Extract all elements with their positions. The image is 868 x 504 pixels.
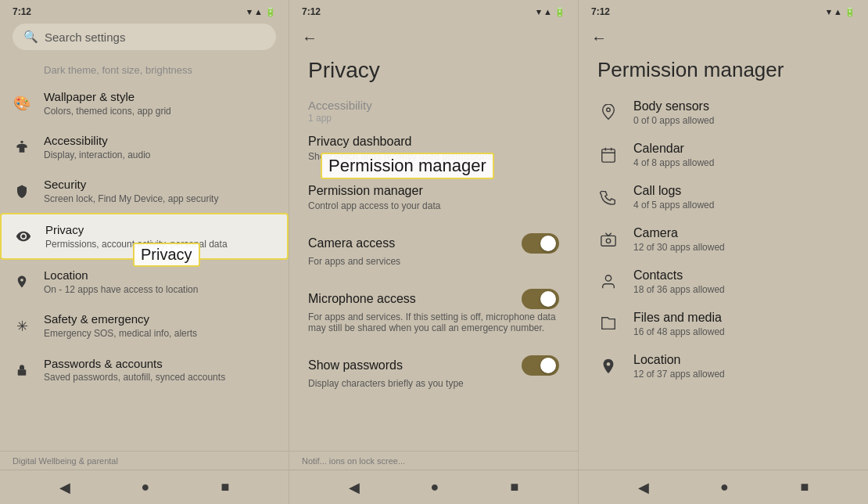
camera-perm-icon [597, 229, 619, 250]
sidebar-item-security[interactable]: Security Screen lock, Find My Device, ap… [0, 169, 289, 213]
svg-point-6 [605, 275, 611, 281]
wifi-icon: ▾ [247, 7, 252, 17]
status-bar-2: 7:12 ▾ ▲ 🔋 [289, 0, 578, 23]
search-input[interactable]: Search settings [45, 31, 125, 44]
home-nav-3[interactable]: ● [720, 479, 729, 495]
contacts-item[interactable]: Contacts 18 of 36 apps allowed [579, 261, 868, 303]
recents-nav-3[interactable]: ■ [800, 479, 809, 495]
signal-icon-2: ▲ [543, 7, 552, 16]
microphone-toggle[interactable] [522, 289, 559, 309]
microphone-access-title: Microphone access [308, 292, 416, 306]
accessibility-icon [13, 138, 31, 157]
sidebar-item-wallpaper[interactable]: 🎨 Wallpaper & style Colors, themed icons… [0, 81, 289, 125]
status-bar-3: 7:12 ▾ ▲ 🔋 [579, 0, 868, 23]
bottom-nav-3: ◀ ● ■ [579, 470, 868, 504]
back-nav-1[interactable]: ◀ [59, 479, 70, 496]
passwords-subtitle: Saved passwords, autofill, synced accoun… [44, 372, 225, 384]
privacy-panel: 7:12 ▾ ▲ 🔋 ← Privacy Accessibility 1 app… [289, 0, 579, 504]
bottom-nav-2: ◀ ● ■ [289, 470, 578, 504]
home-nav-2[interactable]: ● [431, 479, 439, 495]
files-media-subtitle: 16 of 48 apps allowed [633, 326, 725, 337]
wallpaper-icon: 🎨 [13, 94, 31, 113]
contacts-title: Contacts [633, 268, 725, 283]
camera-access-title: Camera access [308, 236, 395, 250]
call-logs-icon [597, 186, 619, 208]
wifi-icon-2: ▾ [536, 7, 541, 17]
passwords-icon [13, 361, 31, 380]
wallpaper-title: Wallpaper & style [44, 89, 171, 105]
nav-bar-2: ← [289, 23, 578, 52]
call-logs-title: Call logs [633, 184, 714, 198]
body-sensors-title: Body sensors [633, 99, 714, 113]
back-nav-2[interactable]: ◀ [349, 479, 360, 496]
battery-icon-3: 🔋 [845, 7, 855, 17]
back-nav-3[interactable]: ◀ [638, 479, 649, 496]
status-icons-2: ▾ ▲ 🔋 [536, 7, 565, 17]
files-media-title: Files and media [633, 311, 725, 325]
files-media-item[interactable]: Files and media 16 of 48 apps allowed [579, 303, 868, 345]
security-subtitle: Screen lock, Find My Device, app securit… [44, 193, 218, 206]
status-time-1: 7:12 [13, 6, 31, 17]
show-passwords-item[interactable]: Show passwords Display characters briefl… [289, 344, 578, 400]
dark-theme-item[interactable]: Dark theme, font size, brightness [0, 59, 289, 81]
sidebar-item-safety[interactable]: ✳ Safety & emergency Emergency SOS, medi… [0, 304, 289, 347]
status-time-3: 7:12 [591, 6, 610, 17]
body-sensors-subtitle: 0 of 0 apps allowed [633, 115, 714, 126]
body-sensors-icon [597, 102, 619, 124]
contacts-subtitle: 18 of 36 apps allowed [633, 284, 725, 295]
signal-icon-3: ▲ [834, 7, 842, 16]
call-logs-item[interactable]: Call logs 4 of 5 apps allowed [579, 176, 868, 218]
recents-nav-2[interactable]: ■ [511, 479, 519, 495]
camera-toggle[interactable] [522, 233, 559, 254]
page-title-2: Privacy [289, 52, 578, 95]
camera-access-item[interactable]: Camera access For apps and services [289, 222, 578, 278]
faded-top-2: Accessibility 1 app [289, 95, 578, 124]
microphone-access-item[interactable]: Microphone access For apps and services.… [289, 278, 578, 344]
sidebar-item-passwords[interactable]: Passwords & accounts Saved passwords, au… [0, 348, 289, 392]
location-perm-item[interactable]: Location 12 of 37 apps allowed [579, 345, 868, 387]
privacy-title: Privacy [45, 222, 228, 238]
security-title: Security [44, 177, 218, 193]
safety-icon: ✳ [13, 317, 31, 336]
show-passwords-title: Show passwords [308, 358, 403, 373]
page-title-3: Permission manager [579, 52, 868, 92]
nav-bar-3: ← [579, 23, 868, 52]
camera-perm-item[interactable]: Camera 12 of 30 apps allowed [579, 218, 868, 261]
dark-theme-title: Dark theme, font size, brightness [44, 64, 192, 77]
svg-point-5 [606, 239, 611, 243]
microphone-access-subtitle: For apps and services. If this setting i… [308, 311, 559, 333]
permissions-list: Body sensors 0 of 0 apps allowed Calenda… [579, 92, 868, 470]
scroll-hint-2: Notif... ions on lock scree... [289, 451, 578, 470]
svg-rect-1 [18, 369, 27, 376]
location-perm-subtitle: 12 of 37 apps allowed [633, 369, 725, 380]
location-perm-icon [597, 355, 619, 377]
show-passwords-toggle[interactable] [522, 355, 559, 376]
safety-title: Safety & emergency [44, 311, 197, 327]
location-icon [13, 272, 31, 291]
body-sensors-item[interactable]: Body sensors 0 of 0 apps allowed [579, 92, 868, 134]
safety-subtitle: Emergency SOS, medical info, alerts [44, 328, 197, 340]
security-icon [13, 182, 31, 200]
calendar-item[interactable]: Calendar 4 of 8 apps allowed [579, 134, 868, 176]
calendar-subtitle: 4 of 8 apps allowed [633, 157, 714, 168]
privacy-icon [14, 227, 33, 246]
status-time-2: 7:12 [302, 6, 321, 17]
back-button-2[interactable]: ← [302, 29, 317, 47]
wifi-icon-3: ▾ [827, 7, 831, 17]
search-icon: 🔍 [23, 30, 38, 44]
files-media-icon [597, 313, 619, 335]
status-icons-1: ▾ ▲ 🔋 [247, 7, 276, 17]
recents-nav-1[interactable]: ■ [221, 479, 230, 495]
permission-manager-item[interactable]: Permission manager Control app access to… [289, 173, 578, 222]
camera-access-subtitle: For apps and services [308, 256, 559, 267]
search-bar[interactable]: 🔍 Search settings [13, 23, 276, 50]
camera-perm-title: Camera [633, 226, 725, 240]
bottom-nav-1: ◀ ● ■ [0, 470, 289, 504]
svg-rect-4 [601, 236, 615, 246]
sidebar-item-accessibility[interactable]: Accessibility Display, interaction, audi… [0, 125, 289, 169]
back-button-3[interactable]: ← [591, 29, 607, 47]
permission-manager-annotation: Permission manager [321, 153, 494, 179]
home-nav-1[interactable]: ● [142, 479, 150, 495]
show-passwords-subtitle: Display characters briefly as you type [308, 378, 559, 389]
status-icons-3: ▾ ▲ 🔋 [827, 7, 855, 17]
